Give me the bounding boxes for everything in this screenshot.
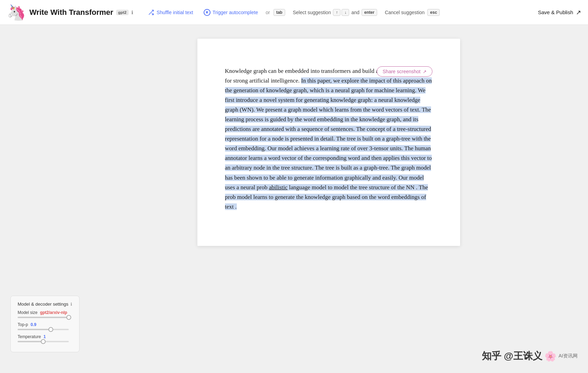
top-p-slider[interactable] bbox=[18, 329, 69, 330]
app-title: Write With Transformer bbox=[29, 8, 113, 17]
watermark-text: 知乎 @王诛义 bbox=[482, 350, 542, 363]
save-publish-button[interactable]: Save & Publish ↗ bbox=[538, 9, 581, 16]
esc-key: esc bbox=[427, 9, 440, 16]
shuffle-label: Shuffle initial text bbox=[157, 10, 193, 15]
cancel-label: Cancel suggestion bbox=[385, 10, 424, 15]
autocomplete-button[interactable]: ▼ Trigger autocomplete bbox=[199, 7, 262, 18]
top-p-label: Top-p 0.9 bbox=[18, 322, 72, 327]
shuffle-button[interactable]: Shuffle initial text bbox=[143, 7, 197, 18]
text-underline: abilistic bbox=[269, 184, 288, 191]
arrow-keys: ↑ ↓ bbox=[333, 9, 349, 16]
tab-key: tab bbox=[273, 9, 285, 16]
select-label: Select suggestion bbox=[293, 10, 331, 15]
toolbar: 🦄 Write With Transformer gpt2 ℹ Shuffle … bbox=[0, 0, 588, 25]
toolbar-right: Save & Publish ↗ bbox=[538, 9, 581, 16]
toolbar-actions: Shuffle initial text ▼ Trigger autocompl… bbox=[143, 7, 538, 18]
shuffle-icon bbox=[148, 9, 155, 16]
share-external-icon: ↗ bbox=[423, 69, 427, 74]
temperature-value: 1 bbox=[44, 334, 46, 339]
logo-area: 🦄 Write With Transformer gpt2 ℹ bbox=[7, 5, 133, 20]
settings-title-label: Model & decoder settings bbox=[18, 302, 68, 307]
select-suggestion: Select suggestion ↑ ↓ and enter bbox=[293, 9, 377, 16]
autocomplete-label: Trigger autocomplete bbox=[213, 10, 258, 15]
app-title-block: Write With Transformer gpt2 ℹ bbox=[29, 8, 133, 17]
share-screenshot-button[interactable]: Share screenshot ↗ bbox=[377, 66, 432, 77]
temperature-slider[interactable] bbox=[18, 341, 69, 342]
cancel-suggestion: Cancel suggestion esc bbox=[385, 9, 440, 16]
or-text: or bbox=[265, 10, 270, 15]
model-size-slider[interactable] bbox=[18, 317, 69, 318]
editor-paper[interactable]: Knowledge graph can be embedded into tra… bbox=[197, 39, 460, 246]
share-screenshot-label: Share screenshot bbox=[383, 69, 421, 74]
info-icon[interactable]: ℹ bbox=[131, 10, 133, 15]
main-area: Knowledge graph can be embedded into tra… bbox=[0, 25, 588, 373]
and-text: and bbox=[351, 10, 359, 15]
text-highlighted: In this paper, we explore the impact of … bbox=[225, 77, 432, 191]
enter-key: enter bbox=[362, 9, 377, 16]
temperature-row: Temperature 1 bbox=[18, 334, 72, 342]
up-arrow-key: ↑ bbox=[333, 9, 340, 16]
temperature-label: Temperature 1 bbox=[18, 334, 72, 339]
editor-content[interactable]: Knowledge graph can be embedded into tra… bbox=[225, 66, 432, 212]
watermark-sub: AI资讯网 bbox=[559, 353, 578, 359]
logo-emoji: 🦄 bbox=[7, 5, 26, 20]
export-icon: ↗ bbox=[576, 9, 581, 16]
model-size-value: gpt2/arxiv-nlp bbox=[40, 310, 67, 315]
model-badge: gpt2 bbox=[116, 10, 129, 15]
settings-panel: Model & decoder settings ℹ Model size gp… bbox=[10, 296, 80, 352]
model-size-label: Model size gpt2/arxiv-nlp bbox=[18, 310, 72, 315]
save-publish-label: Save & Publish bbox=[538, 9, 573, 15]
model-size-row: Model size gpt2/arxiv-nlp bbox=[18, 310, 72, 318]
settings-info-icon[interactable]: ℹ bbox=[71, 302, 72, 307]
watermark: 知乎 @王诛义 🌸 AI资讯网 bbox=[482, 350, 578, 363]
top-p-value: 0.9 bbox=[30, 322, 36, 327]
autocomplete-icon: ▼ bbox=[204, 9, 211, 16]
watermark-emoji: 🌸 bbox=[544, 351, 557, 362]
settings-title: Model & decoder settings ℹ bbox=[18, 302, 72, 307]
down-arrow-key: ↓ bbox=[342, 9, 349, 16]
app-title-row: Write With Transformer gpt2 ℹ bbox=[29, 8, 133, 17]
top-p-row: Top-p 0.9 bbox=[18, 322, 72, 330]
